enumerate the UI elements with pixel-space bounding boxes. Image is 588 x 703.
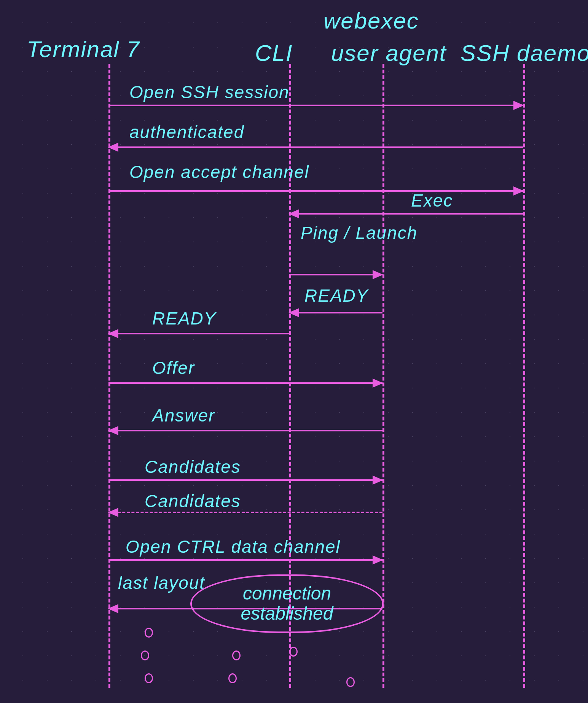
message-label: Open CTRL data channel bbox=[126, 536, 341, 557]
message-label: Open accept channel bbox=[129, 162, 309, 182]
message-arrow bbox=[108, 105, 523, 106]
group-label: webexec bbox=[323, 8, 419, 34]
message-label: Open SSH session bbox=[129, 82, 290, 102]
message-arrow bbox=[108, 146, 523, 148]
participant-t7: Terminal 7 bbox=[27, 36, 140, 62]
continuation-dot bbox=[145, 628, 153, 638]
arrowhead-icon bbox=[108, 329, 118, 338]
arrowhead-icon bbox=[108, 426, 118, 435]
message-label: Exec bbox=[411, 190, 453, 211]
arrowhead-icon bbox=[373, 379, 383, 388]
arrowhead-icon bbox=[288, 209, 299, 218]
message-arrow bbox=[108, 333, 289, 334]
message-arrow bbox=[289, 312, 382, 313]
message-label: READY bbox=[304, 285, 368, 306]
message-label: Offer bbox=[152, 358, 195, 378]
arrowhead-icon bbox=[108, 604, 118, 613]
arrowhead-icon bbox=[108, 508, 118, 517]
continuation-dot bbox=[232, 651, 241, 660]
continuation-dot bbox=[228, 673, 237, 683]
participant-ssh: SSH daemon bbox=[461, 40, 588, 66]
message-arrow bbox=[108, 559, 382, 561]
continuation-dot bbox=[141, 651, 149, 660]
lifeline-ssh bbox=[523, 64, 525, 688]
message-arrow bbox=[108, 512, 382, 513]
message-label: READY bbox=[152, 308, 216, 329]
message-arrow bbox=[108, 190, 523, 192]
message-label: Ping / Launch bbox=[301, 223, 417, 243]
message-label: last layout bbox=[118, 573, 205, 593]
arrowhead-icon bbox=[288, 308, 299, 317]
note-connection-established: connection established bbox=[190, 574, 384, 633]
participant-cli: CLI bbox=[255, 40, 293, 66]
message-arrow bbox=[289, 213, 523, 215]
message-label: Candidates bbox=[145, 456, 241, 477]
continuation-dot bbox=[145, 673, 153, 683]
lifeline-t7 bbox=[108, 64, 110, 688]
arrowhead-icon bbox=[373, 270, 383, 279]
sequence-diagram: webexec Terminal 7 CLI user agent SSH da… bbox=[0, 0, 588, 703]
message-arrow bbox=[108, 430, 382, 431]
arrowhead-icon bbox=[108, 143, 118, 152]
arrowhead-icon bbox=[513, 101, 524, 110]
message-label: Candidates bbox=[145, 491, 241, 511]
message-arrow bbox=[289, 274, 382, 275]
arrowhead-icon bbox=[373, 555, 383, 565]
message-label: authenticated bbox=[129, 122, 244, 142]
message-arrow bbox=[108, 382, 382, 384]
arrowhead-icon bbox=[373, 476, 383, 485]
continuation-dot bbox=[346, 677, 355, 687]
participant-ua: user agent bbox=[331, 40, 447, 66]
lifeline-ua bbox=[382, 64, 384, 688]
message-label: Answer bbox=[152, 405, 215, 426]
continuation-dot bbox=[289, 647, 298, 657]
arrowhead-icon bbox=[513, 186, 524, 196]
message-arrow bbox=[108, 479, 382, 481]
